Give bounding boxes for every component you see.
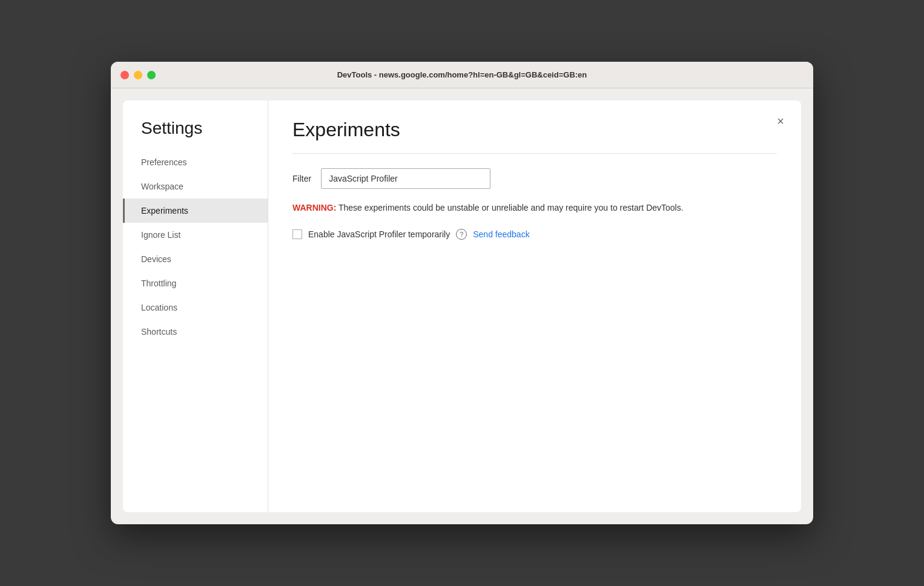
traffic-lights bbox=[120, 71, 156, 79]
sidebar-item-workspace[interactable]: Workspace bbox=[123, 174, 268, 199]
browser-window: DevTools - news.google.com/home?hl=en-GB… bbox=[111, 62, 813, 524]
minimize-traffic-light[interactable] bbox=[134, 71, 142, 79]
send-feedback-link[interactable]: Send feedback bbox=[473, 229, 529, 239]
sidebar-item-preferences[interactable]: Preferences bbox=[123, 150, 268, 174]
filter-label: Filter bbox=[292, 174, 311, 183]
maximize-traffic-light[interactable] bbox=[147, 71, 156, 79]
filter-row: Filter bbox=[292, 168, 777, 189]
sidebar-item-experiments[interactable]: Experiments bbox=[123, 199, 268, 223]
sidebar-item-shortcuts[interactable]: Shortcuts bbox=[123, 320, 268, 344]
warning-label: WARNING: bbox=[292, 203, 336, 212]
sidebar-item-devices[interactable]: Devices bbox=[123, 247, 268, 271]
sidebar-item-locations[interactable]: Locations bbox=[123, 295, 268, 320]
sidebar-item-ignore-list[interactable]: Ignore List bbox=[123, 223, 268, 247]
experiment-row-js-profiler: Enable JavaScript Profiler temporarily ?… bbox=[292, 229, 777, 240]
js-profiler-checkbox[interactable] bbox=[292, 229, 302, 239]
close-traffic-light[interactable] bbox=[120, 71, 129, 79]
filter-input[interactable] bbox=[321, 168, 490, 189]
title-bar: DevTools - news.google.com/home?hl=en-GB… bbox=[111, 62, 813, 88]
js-profiler-label: Enable JavaScript Profiler temporarily bbox=[308, 229, 450, 239]
sidebar-item-throttling[interactable]: Throttling bbox=[123, 271, 268, 295]
sidebar-heading: Settings bbox=[123, 119, 268, 150]
section-divider bbox=[292, 153, 777, 154]
warning-body: These experiments could be unstable or u… bbox=[336, 203, 683, 212]
sidebar: Settings Preferences Workspace Experimen… bbox=[123, 100, 268, 512]
window-content: Settings Preferences Workspace Experimen… bbox=[123, 100, 801, 512]
main-content: × Experiments Filter WARNING: These expe… bbox=[268, 100, 801, 512]
close-button[interactable]: × bbox=[772, 113, 789, 130]
warning-block: WARNING: These experiments could be unst… bbox=[292, 201, 777, 214]
help-icon[interactable]: ? bbox=[456, 229, 467, 240]
browser-title: DevTools - news.google.com/home?hl=en-GB… bbox=[337, 70, 587, 79]
page-title: Experiments bbox=[292, 119, 777, 141]
